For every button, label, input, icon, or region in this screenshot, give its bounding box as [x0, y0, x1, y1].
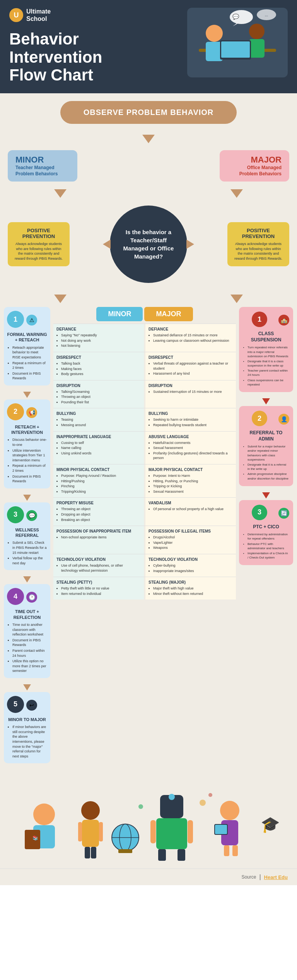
footer-source-label: Source — [241, 874, 256, 880]
minor-cat-title: PROPERTY MISUSE — [56, 501, 141, 505]
mid-header-major: MAJOR — [144, 307, 193, 321]
svg-point-35 — [220, 801, 239, 820]
minor-item: Non-school appropriate items — [61, 535, 141, 540]
major-cell-8: TECHNOLOGY VIOLATIONCyber-bullyingInappr… — [145, 554, 236, 577]
major-item: Tripping or Kicking — [153, 484, 233, 489]
major-cell-2: DISRUPTIONSustained interruption of 15 m… — [145, 380, 236, 408]
minor-cell-0: DEFIANCESaying "No" repeatedlyNot doing … — [53, 324, 144, 352]
svg-rect-5 — [249, 39, 265, 58]
step-title-3: WELLNESS REFERRAL — [7, 527, 47, 538]
logo-text: Ultimate School — [26, 8, 51, 22]
behavior-row: DISRUPTIONTalking/ScreamingThrowing an o… — [53, 380, 236, 408]
svg-rect-22 — [85, 847, 90, 858]
minor-cell-6: PROPERTY MISUSEThrowing an objectDroppin… — [53, 498, 144, 526]
major-item: Weapons — [153, 545, 233, 550]
svg-rect-13 — [13, 783, 284, 861]
header: U Ultimate School Behavior Intervention … — [0, 0, 297, 93]
right-step-desc-item: Behavior PTC with administrator and teac… — [248, 542, 289, 550]
left-step-3: 3💬WELLNESS REFERRALSubmit a SEL Check in… — [4, 502, 50, 571]
behavior-row: BULLYINGTeasingMessing aroundBULLYINGSee… — [53, 408, 236, 431]
right-prevention-desc: Always acknowledge students who are foll… — [233, 242, 284, 261]
header-left: U Ultimate School Behavior Intervention … — [9, 8, 181, 84]
behavior-row: STEALING (PETTY)Petty theft with little … — [53, 577, 236, 600]
observe-section: OBSERVE PROBLEM BEHAVIOR — [0, 93, 297, 132]
left-step-1: 1⚠FORMAL WARNING + RETEACHReteach approp… — [4, 307, 50, 385]
left-down-arrow-icon — [54, 189, 67, 198]
major-label: MAJOR Office Managed Problem Behaviors — [220, 150, 289, 182]
header-image: 💬 ... — [187, 8, 288, 77]
question-arrow-right-icon — [186, 240, 194, 249]
minor-cell-1: DISRESPECTTalking backMaking facesBody g… — [53, 352, 144, 380]
observe-box: OBSERVE PROBLEM BEHAVIOR — [60, 101, 237, 124]
svg-rect-21 — [99, 822, 103, 841]
minor-item: Pinching — [61, 484, 141, 489]
question-arrow-left-icon — [103, 240, 111, 249]
minor-item: Item returned to individual — [61, 591, 141, 596]
minor-item: Not doing any work — [61, 338, 141, 343]
logo-area: U Ultimate School — [9, 8, 181, 22]
svg-rect-32 — [188, 820, 193, 843]
behavior-row: POSSESSION OF INAPPROPRIATE ITEMNon-scho… — [53, 526, 236, 554]
minor-item: Purpose: Playing Around / Reaction — [61, 473, 141, 478]
behavior-table: DEFIANCESaying "No" repeatedlyNot doing … — [53, 324, 236, 600]
minor-cat-title: DISRUPTION — [56, 384, 141, 388]
minor-item: Using unkind words — [61, 451, 141, 456]
major-item: Profanity (including gestures) directed … — [153, 451, 233, 461]
major-sub: Office Managed Problem Behaviors — [227, 165, 282, 177]
major-item: Of personal or school property of a high… — [153, 507, 233, 512]
minor-item: Tripping/Kicking — [61, 489, 141, 494]
left-steps-column: 1⚠FORMAL WARNING + RETEACHReteach approp… — [4, 307, 50, 768]
minor-cat-title: DISRESPECT — [56, 355, 141, 360]
minor-cat-title: STEALING (PETTY) — [56, 580, 141, 584]
svg-rect-34 — [178, 849, 185, 861]
svg-rect-33 — [158, 849, 166, 861]
left-step-4: 4🕐TIME OUT + REFLECTIONTime out to anoth… — [4, 584, 50, 678]
minor-cell-3: BULLYINGTeasingMessing around — [53, 408, 144, 431]
step-icon-2: 📢 — [26, 407, 37, 418]
step-icon-4: 🕐 — [26, 592, 37, 603]
major-item: Hateful/racist comments — [153, 440, 233, 445]
minor-cat-title: MINOR PHYSICAL CONTACT — [56, 468, 141, 472]
right-step-icon-2: 👤 — [278, 414, 289, 425]
svg-point-43 — [138, 804, 143, 809]
major-item: Minor theft without item returned — [153, 591, 233, 596]
major-cat-title: DISRESPECT — [148, 355, 233, 360]
right-step-num-1: 1 — [252, 312, 267, 327]
minor-cat-title: POSSESSION OF INAPPROPRIATE ITEM — [56, 529, 141, 533]
right-step-desc-item: Designate that it is a referral in the w… — [248, 463, 289, 471]
major-cat-title: STEALING (MAJOR) — [148, 580, 233, 584]
observe-arrow — [0, 132, 297, 146]
behavior-row: MINOR PHYSICAL CONTACTPurpose: Playing A… — [53, 464, 236, 497]
page-title: Behavior Intervention Flow Chart — [9, 30, 181, 84]
svg-point-14 — [33, 804, 55, 825]
svg-point-29 — [169, 794, 175, 800]
major-cell-1: DISRESPECTVerbal threats of aggression a… — [145, 352, 236, 380]
step-num-5: 5 — [7, 696, 24, 713]
right-steps-column: 1🏫CLASS SUSPENSIONTurn repeated minor re… — [239, 307, 293, 768]
step-desc-item: Document in PBIS Rewards — [12, 638, 47, 648]
step-title-5: MINOR TO MAJOR — [7, 717, 47, 722]
major-item: Purpose: Intent to Harm — [153, 473, 233, 478]
step-desc-item: Submit a SEL Check in PBIS Rewards for a… — [12, 540, 47, 555]
footer-brand[interactable]: Heart Edu — [264, 874, 288, 880]
step-desc-item: Utilize intervention strategies from Tie… — [12, 448, 47, 463]
minor-item: Dropping an object — [61, 512, 141, 517]
title-block: Behavior Intervention Flow Chart — [9, 30, 181, 84]
major-tag: MAJOR — [227, 155, 282, 165]
left-prevention-desc: Always acknowledge students who are foll… — [13, 242, 64, 261]
double-arrow-row — [0, 185, 297, 202]
svg-rect-27 — [118, 849, 132, 853]
major-item: Hitting, Pushing, or Punching — [153, 479, 233, 484]
step-icon-3: 💬 — [26, 510, 37, 521]
svg-rect-20 — [78, 822, 82, 841]
minor-cell-5: MINOR PHYSICAL CONTACTPurpose: Playing A… — [53, 464, 144, 497]
major-item: Verbal threats of aggression against a t… — [153, 361, 233, 371]
major-cell-3: BULLYINGSeeking to harm or intimidateRep… — [145, 408, 236, 431]
major-item: Harassment of any kind — [153, 371, 233, 376]
right-prevention-title: POSITIVE PREVENTION — [233, 228, 284, 239]
svg-text:...: ... — [265, 13, 268, 17]
step-desc-item: Verbal follow up the next day — [12, 556, 47, 565]
right-step-3: 3🔄PTC + CICODetermined by administration… — [239, 500, 293, 565]
svg-point-42 — [208, 793, 212, 797]
minor-item: Messing around — [61, 423, 141, 428]
